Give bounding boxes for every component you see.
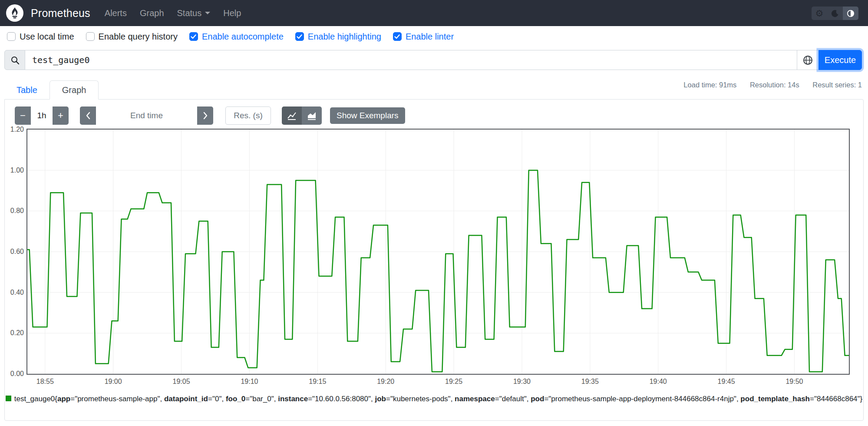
nav-links: AlertsGraphStatusHelp [105,8,241,18]
y-axis-tick-label: 0.40 [5,289,24,296]
y-axis-tick-label: 0.80 [5,207,24,214]
execute-button[interactable]: Execute [818,50,862,70]
x-axis-tick-label: 19:30 [509,378,535,385]
nav-link-status[interactable]: Status [177,8,211,18]
checked-checkbox-icon[interactable] [295,32,304,41]
x-axis-tick-label: 19:15 [304,378,330,385]
search-icon [10,56,20,65]
series-line [27,170,849,372]
chart-plot-area[interactable] [27,130,849,374]
x-axis-tick-label: 19:20 [373,378,399,385]
duration-value[interactable]: 1h [31,106,53,125]
load-time-stat: Load time: 91ms [683,81,736,89]
option-checkbox-enable-highlighting[interactable]: Enable highlighting [295,32,381,42]
legend-item[interactable]: test_gauge0{app="prometheus-sample-app",… [5,394,863,404]
series-label-text: test_gauge0{app="prometheus-sample-app",… [14,394,863,404]
option-checkbox-label[interactable]: Enable autocomplete [202,32,284,42]
search-addon [4,50,25,70]
time-series-chart[interactable] [26,129,850,375]
chevron-left-icon [86,112,91,120]
show-exemplars-button[interactable]: Show Exemplars [330,107,405,124]
x-axis-tick-label: 19:35 [577,378,603,385]
y-axis-tick-label: 0.20 [5,329,24,336]
query-stats: Load time: 91ms Resolution: 14s Result s… [683,81,862,89]
theme-button-group: ⚙ [812,7,858,20]
duration-control: − 1h + [15,106,69,125]
y-axis-tick-label: 0.00 [5,370,24,377]
x-axis-tick-label: 19:10 [236,378,262,385]
resolution-input[interactable] [225,106,271,125]
option-checkbox-enable-query-history[interactable]: Enable query history [86,32,178,42]
stacked-chart-icon [307,111,317,120]
option-checkbox-label[interactable]: Enable linter [406,32,454,42]
end-time-control [80,106,213,125]
nav-link-graph[interactable]: Graph [140,8,164,18]
auto-theme-button[interactable] [843,7,858,20]
option-checkbox-use-local-time[interactable]: Use local time [7,32,74,42]
gear-icon: ⚙ [815,9,824,18]
result-series-stat: Result series: 1 [812,81,862,89]
unchecked-checkbox-icon[interactable] [86,32,95,41]
prometheus-flame-icon [8,7,21,20]
query-options-bar: Use local timeEnable query historyEnable… [0,26,868,47]
tab-table[interactable]: Table [4,80,50,100]
x-axis-tick-label: 19:05 [168,378,195,385]
increase-duration-button[interactable]: + [53,106,69,125]
option-checkbox-enable-linter[interactable]: Enable linter [393,32,454,42]
option-checkbox-label[interactable]: Enable highlighting [308,32,381,42]
navbar: Prometheus AlertsGraphStatusHelp ⚙ [0,0,868,26]
tab-graph[interactable]: Graph [50,80,99,100]
unchecked-checkbox-icon[interactable] [7,32,16,41]
dark-theme-button[interactable] [827,7,843,20]
x-axis-tick-label: 19:45 [713,378,739,385]
y-axis-tick-label: 1.20 [5,126,24,133]
y-axis-tick-label: 1.00 [5,167,24,174]
moon-icon [831,10,839,17]
time-back-button[interactable] [80,106,96,125]
chevron-down-icon [205,12,210,14]
series-color-swatch [6,396,11,401]
option-checkbox-label[interactable]: Enable query history [99,32,178,42]
stacked-chart-toggle-button[interactable] [302,106,322,125]
checked-checkbox-icon[interactable] [393,32,402,41]
query-input-group: Execute [4,50,862,70]
graph-panel: − 1h + [4,99,864,421]
nav-link-alerts[interactable]: Alerts [105,8,127,18]
x-axis-tick-label: 19:40 [645,378,671,385]
x-axis-tick-label: 19:00 [100,378,126,385]
panel-tabs: Table Graph [4,80,99,100]
option-checkbox-enable-autocomplete[interactable]: Enable autocomplete [189,32,284,42]
time-forward-button[interactable] [197,106,213,125]
chart-type-toggle [282,106,322,125]
prometheus-logo-icon[interactable] [6,4,23,22]
end-time-input[interactable] [96,106,197,125]
app-title[interactable]: Prometheus [31,7,90,20]
line-chart-icon [287,111,297,120]
settings-button[interactable]: ⚙ [812,7,827,20]
line-chart-toggle-button[interactable] [282,106,302,125]
auto-theme-icon [847,10,855,17]
query-expression-input[interactable] [25,50,797,70]
x-axis-tick-label: 19:25 [441,378,467,385]
x-axis-tick-label: 19:50 [781,378,807,385]
nav-link-help[interactable]: Help [223,8,241,18]
chevron-right-icon [203,112,208,120]
graph-controls: − 1h + [15,106,405,125]
option-checkbox-label[interactable]: Use local time [20,32,74,42]
x-axis-tick-label: 18:55 [32,378,58,385]
decrease-duration-button[interactable]: − [15,106,31,125]
metrics-explorer-button[interactable] [797,50,818,70]
globe-icon [803,55,813,65]
resolution-stat: Resolution: 14s [750,81,799,89]
y-axis-tick-label: 0.60 [5,248,24,255]
checked-checkbox-icon[interactable] [189,32,198,41]
